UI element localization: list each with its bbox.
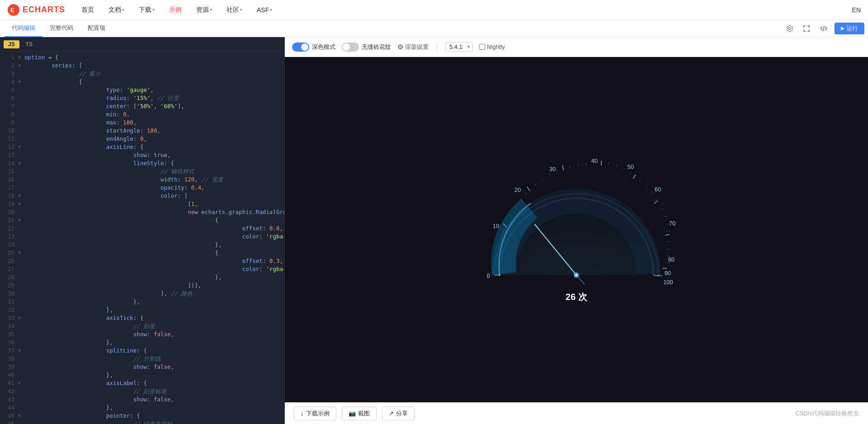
code-line: 26 offset: 0.3,	[0, 257, 284, 265]
svg-text:100: 100	[663, 279, 673, 286]
share-icon: ↗	[389, 410, 394, 417]
code-line: 39 show: false,	[0, 363, 284, 371]
dark-mode-switch-track[interactable]	[292, 43, 309, 52]
chevron-down-icon: ▾	[210, 7, 212, 12]
svg-line-5	[562, 166, 564, 170]
code-editor[interactable]: 1▼ option = { 2▼ series: [ 3 // 最小 4▼ {	[0, 52, 284, 424]
svg-line-33	[639, 179, 641, 182]
svg-text:E: E	[10, 7, 14, 14]
nav-download[interactable]: 下载 ▾	[136, 6, 157, 14]
screenshot-btn[interactable]: 📷 截图	[342, 407, 377, 420]
svg-line-30	[616, 164, 617, 167]
code-line: 5 type: 'gauge',	[0, 86, 284, 94]
camera-icon: 📷	[349, 410, 356, 417]
code-line: 19▼ [1,	[0, 200, 284, 208]
nav-resources[interactable]: 资源 ▾	[193, 6, 215, 14]
svg-text:50: 50	[627, 163, 634, 170]
code-line: 44 },	[0, 404, 284, 412]
code-line: 38 // 分割线	[0, 355, 284, 363]
tab-full-code[interactable]: 完整代码	[42, 20, 80, 37]
toolbar-icons: ▶ 运行	[783, 22, 868, 35]
svg-line-35	[651, 192, 654, 194]
svg-text:90: 90	[665, 270, 671, 276]
version-select-wrap[interactable]: 5.4.1 5.4.0 5.3.3	[445, 42, 473, 52]
chart-area: 0 10 20 30 40 50 60 70 80 90 100	[285, 57, 868, 402]
code-line: 35 show: false,	[0, 330, 284, 338]
svg-text:80: 80	[668, 256, 675, 263]
download-btn[interactable]: ↓ 下载示例	[294, 407, 336, 420]
version-select[interactable]: 5.4.1 5.4.0 5.3.3	[445, 42, 473, 52]
chart-bottom-toolbar: ↓ 下载示例 📷 截图 ↗ 分享 CSDN代码编辑转换然克	[285, 402, 868, 424]
tab-ts[interactable]: TS	[21, 40, 37, 48]
nightly-input[interactable]	[479, 44, 485, 50]
svg-line-34	[645, 186, 648, 188]
editor-pane: JS TS 1▼ option = { 2▼ series: [ 3 // 最小…	[0, 37, 285, 424]
chevron-down-icon: ▾	[270, 7, 272, 12]
svg-line-31	[623, 168, 625, 171]
svg-line-38	[663, 216, 667, 217]
nav-home[interactable]: 首页	[79, 6, 97, 14]
svg-line-9	[665, 234, 670, 235]
svg-text:26 次: 26 次	[566, 292, 588, 302]
svg-line-4	[527, 187, 530, 191]
code-line: 33▼ axisTick: {	[0, 314, 284, 322]
code-line: 16 width: 120, // 宽度	[0, 176, 284, 184]
svg-point-59	[575, 274, 578, 276]
svg-text:70: 70	[669, 220, 675, 227]
code-line: 10 startAngle: 180,	[0, 127, 284, 135]
share-btn[interactable]: ↗ 分享	[382, 407, 415, 420]
code-line: 4▼ {	[0, 78, 284, 86]
code-line: 43 show: false,	[0, 395, 284, 404]
nav-docs[interactable]: 文档 ▾	[106, 6, 127, 14]
run-button[interactable]: ▶ 运行	[835, 23, 864, 34]
gauge-chart: 0 10 20 30 40 50 60 70 80 90 100	[463, 135, 689, 325]
code-icon[interactable]	[817, 22, 830, 35]
nav-examples[interactable]: 示例	[166, 6, 184, 14]
nav-lang[interactable]: EN	[852, 6, 861, 14]
svg-line-20	[525, 192, 527, 195]
nav-asf[interactable]: ASF ▾	[254, 6, 275, 14]
svg-line-21	[534, 183, 536, 186]
render-settings-label: 渲染设置	[405, 43, 429, 51]
lang-tabs: JS TS	[0, 37, 284, 52]
code-line: 17 opacity: 0.4,	[0, 184, 284, 192]
dark-mode-switch-thumb	[301, 43, 308, 51]
no-watermark-toggle[interactable]: 无缝砖花纹	[342, 43, 391, 52]
tab-code-edit[interactable]: 代码编辑	[5, 20, 42, 37]
code-line: 31 },	[0, 298, 284, 306]
code-line: 40 },	[0, 371, 284, 379]
settings-icon[interactable]	[783, 22, 796, 35]
dark-mode-toggle[interactable]: 深色模式	[292, 43, 335, 52]
code-line: 2▼ series: [	[0, 62, 284, 70]
code-line: 9 max: 100,	[0, 119, 284, 127]
svg-line-32	[629, 172, 631, 176]
code-line: 20 new echarts.graphic.RadialGradient(0.…	[0, 208, 284, 216]
expand-icon[interactable]	[800, 22, 813, 35]
code-line: 41▼ axisLabel: {	[0, 379, 284, 387]
code-line: 12▼ axisLine: {	[0, 143, 284, 151]
nav-community[interactable]: 社区 ▾	[224, 6, 245, 14]
svg-line-24	[557, 170, 557, 173]
no-watermark-switch-track[interactable]	[342, 43, 359, 52]
tab-config[interactable]: 配置项	[80, 20, 113, 37]
code-line: 32 },	[0, 306, 284, 314]
render-settings-btn[interactable]: ⚙ 渲染设置	[397, 43, 429, 51]
code-line: 21▼ {	[0, 216, 284, 224]
code-line: 11 endAngle: 0,	[0, 135, 284, 143]
code-line: 28 },	[0, 273, 284, 281]
code-line: 37▼ splitLine: {	[0, 347, 284, 355]
logo-icon: E	[7, 4, 20, 16]
svg-text:30: 30	[549, 166, 556, 172]
dark-mode-label: 深色模式	[312, 43, 335, 51]
run-icon: ▶	[841, 25, 844, 31]
code-line: 45▼ pointer: {	[0, 412, 284, 420]
code-line: 15 // 轴线样式	[0, 167, 284, 176]
code-line: 23 color: 'rgba(106, 205, 255, 0.2600)',	[0, 233, 284, 241]
code-line: 46 // 仪表盘指针	[0, 420, 284, 424]
svg-line-22	[542, 177, 542, 181]
code-line: 42 // 刻度标签	[0, 387, 284, 395]
nightly-checkbox[interactable]: Nightly	[479, 43, 505, 50]
code-line: 1▼ option = {	[0, 53, 284, 62]
logo[interactable]: E ECHARTS	[7, 4, 65, 16]
tab-js[interactable]: JS	[4, 40, 19, 48]
